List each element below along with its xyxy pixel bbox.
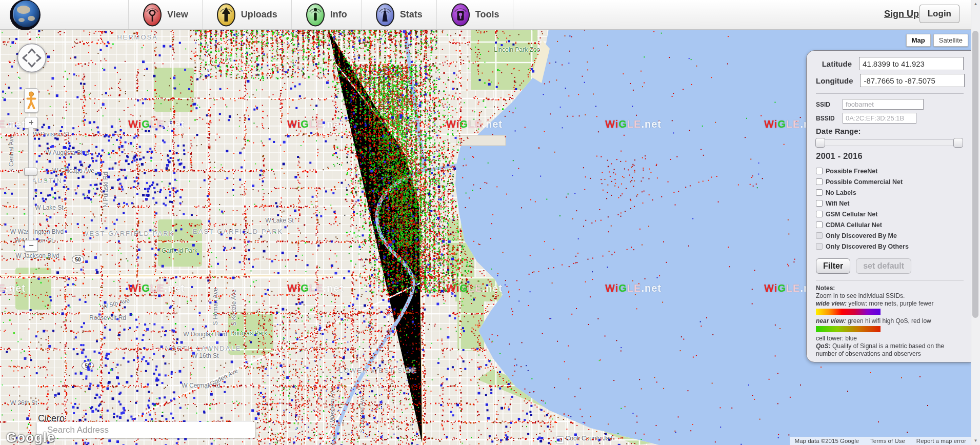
scrollbar-thumb[interactable]	[972, 31, 978, 318]
notes-cell-line: cell tower: blue	[816, 335, 964, 342]
stats-tower-blue-icon	[375, 3, 395, 27]
nav-item-info[interactable]: Info	[291, 0, 361, 29]
filter-checkbox-possible-freenet[interactable]	[816, 168, 823, 174]
attribution-text: Map data ©2015 Google	[795, 438, 859, 444]
longitude-label: Longitude	[816, 76, 853, 85]
notes-near-line: near view: green hi wifi high QoS, red l…	[816, 317, 964, 325]
sign-up-link[interactable]: Sign Up	[884, 9, 919, 19]
browser-scrollbar[interactable]: ▲ ▼	[971, 0, 980, 445]
notes-qos-line: QoS: Quality of Signal is a metric based…	[816, 342, 964, 358]
filter-panel: Latitude Longitude SSID BSSID Date Range…	[806, 50, 971, 362]
wide-view-text: yellow: more nets, purple fewer	[847, 300, 933, 307]
nav-item-stats[interactable]: Stats	[361, 0, 436, 29]
filter-checkbox-row-possible-freenet: Possible FreeNet	[816, 166, 964, 176]
filter-checkbox-row-only-discovered-by-me: Only Discovered By Me	[816, 230, 964, 241]
qos-text: Quality of Signal is a metric based on t…	[816, 342, 944, 357]
zoom-out-button[interactable]: −	[25, 240, 38, 252]
notes-wide-line: wide view: yellow: more nets, purple few…	[816, 300, 964, 308]
filter-checkbox-label: Only Discovered By Others	[826, 243, 909, 250]
set-default-button: set default	[856, 258, 911, 274]
ssid-input[interactable]	[843, 99, 924, 110]
filter-checkbox-label: Only Discovered By Me	[826, 232, 897, 239]
ssid-label: SSID	[816, 101, 843, 108]
filter-checkbox-row-possible-commercial-net: Possible Commercial Net	[816, 176, 964, 187]
filter-checkbox-row-cdma-cellular-net: CDMA Cellular Net	[816, 219, 964, 230]
map-type-map-button[interactable]: Map	[906, 34, 931, 47]
near-view-label: near view:	[816, 317, 846, 325]
filter-checkbox-row-gsm-cellular-net: GSM Cellular Net	[816, 209, 964, 219]
nav-item-uploads[interactable]: Uploads	[202, 0, 291, 29]
pegman-icon	[26, 91, 36, 110]
map-type-control: Map Satellite	[906, 34, 968, 47]
filter-button[interactable]: Filter	[816, 258, 850, 274]
near-view-legend-gradient	[816, 326, 881, 332]
attribution-link-report-a-map-error[interactable]: Report a map error	[916, 438, 966, 444]
wigle-app: W Division StW Augusta BlvdW Chicago Ave…	[0, 0, 980, 445]
top-navbar: View Uploads Info Stats Tools Sign Up Lo…	[0, 0, 980, 30]
nav-item-view[interactable]: View	[128, 0, 202, 29]
nav-item-label: Tools	[475, 9, 499, 20]
filter-checkbox-cdma-cellular-net[interactable]	[816, 221, 823, 228]
zoom-slider-handle[interactable]	[24, 168, 37, 175]
notes-section: Notes: Zoom in to see individual SSIDs. …	[816, 280, 964, 358]
filter-checkbox-gsm-cellular-net[interactable]	[816, 211, 823, 217]
latitude-input[interactable]	[859, 57, 964, 70]
nav-menu: View Uploads Info Stats Tools	[128, 0, 513, 29]
bssid-input[interactable]	[843, 113, 916, 124]
search-address-input[interactable]	[37, 422, 255, 438]
date-range-value: 2001 - 2016	[816, 151, 964, 161]
filter-checkbox-row-no-labels: No Labels	[816, 187, 964, 198]
wide-view-legend-gradient	[816, 309, 881, 315]
zoom-slider-track[interactable]	[28, 128, 33, 241]
nav-item-label: Stats	[400, 9, 423, 20]
date-range-slider[interactable]	[816, 139, 963, 146]
filter-checkbox-list: Possible FreeNetPossible Commercial NetN…	[816, 166, 964, 252]
filter-checkbox-row-wifi-net: Wifi Net	[816, 198, 964, 209]
near-view-text: green hi wifi high QoS, red low	[846, 317, 931, 325]
login-button[interactable]: Login	[919, 5, 959, 23]
tools-purple-icon	[451, 3, 470, 27]
bssid-label: BSSID	[816, 115, 843, 122]
filter-checkbox-only-discovered-by-others	[816, 243, 823, 250]
wigle-globe-logo[interactable]	[9, 0, 41, 31]
filter-checkbox-wifi-net[interactable]	[816, 200, 823, 207]
filter-checkbox-no-labels[interactable]	[816, 189, 823, 196]
view-scope-red-icon	[143, 3, 162, 27]
map-pan-control[interactable]	[17, 43, 47, 73]
date-range-handle-min[interactable]	[815, 138, 825, 148]
scrollbar-down-icon[interactable]: ▼	[971, 437, 980, 445]
filter-checkbox-only-discovered-by-me	[816, 232, 823, 239]
filter-checkbox-label: Possible Commercial Net	[826, 178, 903, 186]
filter-checkbox-row-only-discovered-by-others: Only Discovered By Others	[816, 241, 964, 252]
nav-item-label: View	[167, 9, 188, 20]
attribution-link-terms-of-use[interactable]: Terms of Use	[870, 438, 905, 444]
nav-item-label: Uploads	[241, 9, 277, 20]
scrollbar-up-icon[interactable]: ▲	[971, 0, 980, 8]
map-attribution: Map data ©2015 GoogleTerms of UseReport …	[790, 437, 971, 445]
notes-zoom-line: Zoom in to see individual SSIDs.	[816, 292, 964, 300]
filter-checkbox-possible-commercial-net[interactable]	[816, 178, 823, 185]
filter-checkbox-label: No Labels	[826, 189, 856, 196]
upload-arrow-gold-icon	[216, 3, 236, 27]
nav-item-label: Info	[330, 9, 347, 20]
google-logo: Google	[6, 430, 55, 445]
map-type-satellite-button[interactable]: Satellite	[933, 34, 968, 47]
notes-title: Notes:	[816, 285, 964, 292]
wide-view-label: wide view:	[816, 300, 847, 307]
filter-checkbox-label: CDMA Cellular Net	[826, 221, 882, 229]
pegman-control[interactable]	[24, 88, 38, 113]
panel-separator	[816, 93, 964, 94]
date-range-handle-max[interactable]	[953, 138, 963, 148]
date-range-label: Date Range:	[816, 127, 964, 135]
info-green-icon	[306, 3, 325, 27]
qos-label: QoS:	[816, 342, 831, 350]
filter-checkbox-label: GSM Cellular Net	[826, 211, 877, 218]
longitude-input[interactable]	[860, 74, 965, 87]
filter-checkbox-label: Possible FreeNet	[826, 168, 877, 175]
zoom-in-button[interactable]: +	[25, 117, 38, 129]
nav-item-tools[interactable]: Tools	[436, 0, 514, 29]
filter-checkbox-label: Wifi Net	[826, 200, 849, 207]
latitude-label: Latitude	[816, 59, 852, 68]
